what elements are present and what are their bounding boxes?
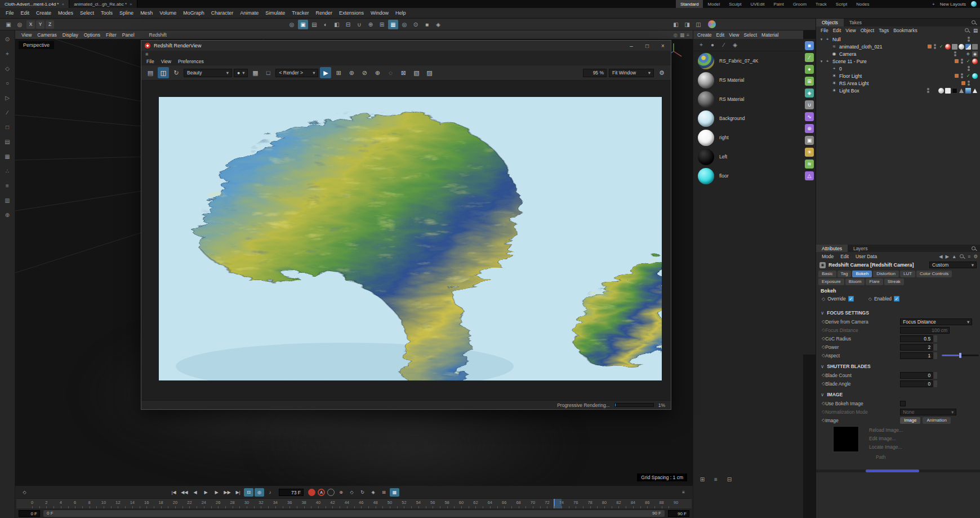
eyedropper-icon[interactable]: ◈ [730,41,740,50]
layout-tab-groom[interactable]: Groom [789,0,811,8]
play-button[interactable]: ▶ [201,488,211,497]
section-tab-bloom[interactable]: Bloom [845,278,865,285]
uvw-tag-icon[interactable] [965,44,971,50]
record-pla-button[interactable]: ⊞ [379,488,389,497]
phong-tag-icon[interactable] [938,88,944,94]
material-item[interactable]: RS Material [693,90,803,109]
layer-color-chip[interactable] [955,74,959,78]
coord-globe-icon[interactable]: ◎ [15,20,25,29]
goto-end-button[interactable]: ▶| [233,488,243,497]
tab-attributes[interactable]: Attributes [816,245,848,252]
enabled-check-icon[interactable]: ✓ [965,59,971,64]
mini-slider-handle[interactable] [934,372,937,379]
mini-slider-handle[interactable] [934,380,937,387]
visibility-dots[interactable] [968,66,970,71]
renderview-titlebar[interactable]: Redshift RenderView – □ × [141,41,671,51]
menu-modes[interactable]: Modes [55,9,77,17]
section-tab-flare[interactable]: Flare [866,278,883,285]
expander-icon[interactable]: ▾ [819,59,824,64]
layer-color-chip[interactable] [961,81,965,85]
material-item[interactable]: right [693,128,803,147]
section-tab-bokeh[interactable]: Bokeh [852,271,872,277]
history-back-icon[interactable]: ◀ [939,254,943,259]
menu-select[interactable]: Select [77,9,97,17]
filter-icon[interactable]: ▤ [973,28,978,33]
axis-lock-x-button[interactable]: X [26,20,35,29]
viewport-menu-panel[interactable]: Panel [119,32,137,38]
account-avatar[interactable] [971,1,977,7]
material-item[interactable]: Left [693,147,803,166]
menu-simulate[interactable]: Simulate [262,9,288,17]
search-icon[interactable] [959,254,965,259]
image-mode-button[interactable]: Image [900,417,920,424]
autokey-button[interactable]: A [318,489,325,496]
range-start-field[interactable]: 0 F [19,510,40,517]
group-header-shutter-blades[interactable]: ∨ SHUTTER BLADES [816,362,980,371]
blade-count-field[interactable]: 0 [900,372,933,379]
section-tab-color-controls[interactable]: Color Controls [916,271,952,277]
viewport-options-icon[interactable]: ≡ [687,32,689,38]
object-name[interactable]: Camera [839,51,856,57]
model-mode-button[interactable]: □ [2,122,13,132]
settings-gear-icon[interactable]: ⚙ [973,254,978,259]
boole-icon[interactable]: ⊕ [805,124,814,133]
cyanball-tag-icon[interactable] [972,73,978,79]
object-name[interactable]: 0 [839,66,842,72]
start-ipr-button[interactable]: ▶ [320,67,331,78]
history-forward-icon[interactable]: ▶ [945,254,949,259]
snapshot-b-button[interactable]: ▨ [424,67,435,78]
graytri-tag-icon[interactable] [959,88,964,94]
renderview-menu-preferences[interactable]: Preferences [175,57,207,65]
material-sphere-icon[interactable]: ● [708,41,717,50]
layer-color-chip[interactable] [928,45,932,48]
coc-radius-field[interactable]: 0.5 [900,335,933,342]
rsball2-tag-icon[interactable] [972,59,978,64]
axis-lock-z-button[interactable]: Z [46,20,54,29]
override-checkbox[interactable]: ✓ [848,296,854,302]
checker-background-button[interactable]: ▦ [250,67,261,78]
texture-mode-button[interactable]: ▤ [2,136,13,147]
object-name[interactable]: Scene 11 - Pure [832,59,867,64]
goto-start-button[interactable]: |◀ [169,488,179,497]
attribute-menu-mode[interactable]: Mode [818,253,837,260]
viewport-menu-display[interactable]: Display [60,32,81,38]
visibility-dots[interactable] [968,37,970,42]
polytag-tag-icon[interactable] [952,44,957,50]
rsball-tag-icon[interactable] [945,44,951,50]
material-thumbnail[interactable] [698,53,714,69]
section-tab-distortion[interactable]: Distortion [873,271,899,277]
timeline-options-icon[interactable]: ≡ [679,488,688,497]
material-item[interactable]: floor [693,166,803,185]
workplane-icon[interactable]: ⊟ [343,20,353,29]
object-menu-edit[interactable]: Edit [831,27,844,34]
region-render-button[interactable]: ⊕ [372,67,383,78]
layout-tab-track[interactable]: Track [811,0,831,8]
object-tree-row[interactable]: +0 [816,65,980,72]
material-menu-edit[interactable]: Edit [714,32,727,38]
list-view-button[interactable]: ≡ [711,475,720,484]
keyframe-dot-icon[interactable]: ◇ [868,296,872,302]
live-selection-tool[interactable]: ⊙ [2,34,13,45]
snapshot-a-button[interactable]: ▧ [411,67,422,78]
next-key-button[interactable]: ▶▶ [222,488,232,497]
object-name[interactable]: Light Box [839,88,859,94]
settings-gear-icon[interactable]: ⚙ [656,67,667,78]
filter-icon[interactable]: ≡ [968,254,970,259]
rotate-tool[interactable]: ○ [2,78,13,88]
visibility-dots[interactable] [934,44,936,49]
close-tab-icon[interactable]: × [61,2,64,7]
pass-dropdown[interactable]: Beauty ▾ [184,69,232,77]
render-active-view-button[interactable]: ▣ [298,20,308,29]
material-thumbnail[interactable] [698,130,714,146]
expander-icon[interactable]: ▾ [819,37,824,42]
crop-button[interactable]: □ [262,67,274,78]
menu-mograph[interactable]: MoGraph [180,9,208,17]
visibility-dots[interactable] [968,81,970,86]
material-ball-icon[interactable]: ◐ [320,20,331,29]
layout-tab-uvedit[interactable]: UVEdit [746,0,769,8]
asset-sphere-icon[interactable] [708,20,716,28]
loop-button[interactable]: ◎ [255,488,264,497]
menu-spline[interactable]: Spline [116,9,137,17]
magnet-icon[interactable]: ∪ [354,20,364,29]
search-icon[interactable] [964,28,970,33]
